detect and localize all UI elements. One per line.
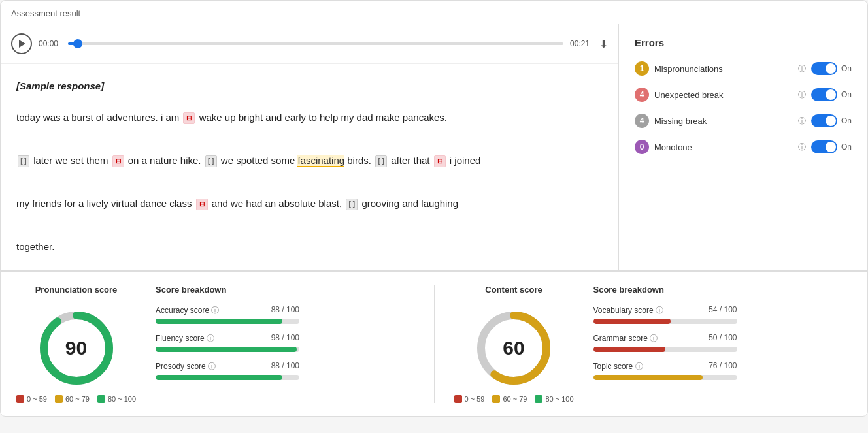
grammar-score-header: Grammar score ⓘ 50 / 100 [593, 333, 737, 344]
fluency-score-header: Fluency score ⓘ 98 / 100 [156, 333, 299, 344]
toggle-switch-missing-break[interactable] [811, 114, 837, 127]
audio-player: 00:00 00:21 ⬇ [1, 24, 618, 64]
vocabulary-score-label: Vocabulary score ⓘ [593, 305, 663, 316]
error-badge-unexpected-break: 4 [635, 88, 649, 102]
fluency-bar-fill [156, 347, 297, 352]
legend-dot-green-pron [97, 395, 105, 403]
accuracy-score-value: 88 / 100 [271, 305, 299, 316]
fluency-score-row: Fluency score ⓘ 98 / 100 [156, 333, 299, 352]
topic-score-header: Topic score ⓘ 76 / 100 [593, 361, 737, 372]
content-score-breakdown: Score breakdown Vocabulary score ⓘ 54 / … [593, 285, 737, 389]
accuracy-bar-track [156, 319, 299, 324]
text-segment-2: wake up bright and early to help my dad … [199, 112, 447, 123]
error-badge-missing-break: 4 [635, 114, 649, 128]
prosody-score-label: Prosody score ⓘ [156, 361, 216, 372]
error-row-mispronunciations: 1 Mispronunciations ⓘ On [635, 61, 852, 76]
text-segment-1: today was a burst of adventures. i am [16, 112, 182, 123]
accuracy-score-row: Accuracy score ⓘ 88 / 100 [156, 305, 299, 324]
pronunciation-donut-chart: 90 [37, 309, 116, 387]
toggle-switch-mispronunciations[interactable] [811, 62, 837, 75]
topic-score-row: Topic score ⓘ 76 / 100 [593, 361, 737, 380]
missing-break-2: [ ] [205, 155, 217, 167]
legend-item-red-pron: 0 ~ 59 [16, 395, 47, 403]
info-icon-accuracy[interactable]: ⓘ [211, 306, 219, 315]
info-icon-mispronunciations[interactable]: ⓘ [798, 63, 806, 74]
pronunciation-legend: 0 ~ 59 60 ~ 79 80 ~ 100 [16, 395, 136, 403]
info-icon-fluency[interactable]: ⓘ [207, 334, 214, 343]
text-segment-10: and we had an absolute blast, [212, 198, 344, 209]
error-label-missing-break: Missing break [654, 116, 793, 126]
content-score-title: Content score [485, 285, 542, 295]
toggle-switch-unexpected-break[interactable] [811, 88, 837, 101]
highlighted-word-fascinating: fascinating [297, 155, 344, 167]
text-segment-9: my friends for a lively virtual dance cl… [16, 198, 195, 209]
toggle-unexpected-break: On [811, 88, 852, 101]
legend-item-yellow-content: 60 ~ 79 [492, 395, 527, 403]
play-button[interactable] [11, 33, 32, 54]
download-button[interactable]: ⬇ [599, 38, 608, 50]
toggle-label-unexpected-break: On [841, 90, 852, 99]
topic-bar-track [593, 375, 737, 380]
pronunciation-score-circle-area: Pronunciation score 90 0 ~ 59 [16, 285, 136, 403]
legend-dot-green-content [535, 395, 542, 403]
audio-text-panel: 00:00 00:21 ⬇ [Sample response] today wa… [1, 24, 619, 270]
info-icon-grammar[interactable]: ⓘ [650, 334, 658, 343]
error-row-missing-break: 4 Missing break ⓘ On [635, 114, 852, 128]
legend-label-red-pron: 0 ~ 59 [27, 395, 47, 403]
missing-break-1: [ ] [18, 155, 29, 167]
info-icon-vocabulary[interactable]: ⓘ [656, 306, 663, 315]
error-badge-monotone: 0 [635, 140, 649, 154]
sample-label: [Sample response] [16, 77, 603, 96]
unexpected-break-3: ⊟ [434, 155, 446, 167]
prosody-bar-track [156, 375, 299, 380]
vocabulary-score-value: 54 / 100 [709, 305, 737, 316]
errors-title: Errors [635, 37, 852, 48]
unexpected-break-1: ⊟ [183, 112, 195, 124]
content-score-circle-area: Content score 60 0 ~ 59 [454, 285, 574, 403]
assessment-result-container: Assessment result 00:00 00:21 ⬇ [Sample … [0, 0, 868, 417]
text-segment-12: together. [16, 241, 54, 252]
info-icon-missing-break[interactable]: ⓘ [798, 116, 806, 127]
legend-item-yellow-pron: 60 ~ 79 [55, 395, 90, 403]
pronunciation-score-breakdown: Score breakdown Accuracy score ⓘ 88 / 10… [156, 285, 299, 389]
error-row-unexpected-break: 4 Unexpected break ⓘ On [635, 88, 852, 102]
info-icon-topic[interactable]: ⓘ [635, 362, 643, 371]
page-title: Assessment result [1, 1, 867, 24]
info-icon-prosody[interactable]: ⓘ [208, 362, 216, 371]
accuracy-score-header: Accuracy score ⓘ 88 / 100 [156, 305, 299, 316]
time-end: 00:21 [570, 39, 593, 48]
legend-dot-yellow-pron [55, 395, 63, 403]
content-breakdown-title: Score breakdown [593, 285, 737, 295]
legend-item-red-content: 0 ~ 59 [454, 395, 485, 403]
top-section: 00:00 00:21 ⬇ [Sample response] today wa… [1, 24, 867, 271]
info-icon-unexpected-break[interactable]: ⓘ [798, 89, 806, 101]
prosody-score-row: Prosody score ⓘ 88 / 100 [156, 361, 299, 380]
vocabulary-bar-fill [593, 319, 671, 324]
pronunciation-score-panel: Pronunciation score 90 0 ~ 59 [16, 285, 414, 403]
legend-label-red-content: 0 ~ 59 [465, 395, 485, 403]
error-label-unexpected-break: Unexpected break [654, 90, 793, 100]
info-icon-monotone[interactable]: ⓘ [798, 142, 806, 153]
fluency-score-value: 98 / 100 [271, 333, 299, 344]
fluency-bar-track [156, 347, 299, 352]
content-legend: 0 ~ 59 60 ~ 79 80 ~ 100 [454, 395, 574, 403]
legend-dot-red-pron [16, 395, 24, 403]
play-icon [19, 40, 25, 48]
content-donut-chart: 60 [475, 309, 553, 387]
audio-progress-bar[interactable] [68, 42, 563, 45]
progress-thumb [73, 39, 82, 48]
topic-bar-fill [593, 375, 703, 380]
text-segment-4: on a nature hike. [128, 155, 204, 166]
error-label-mispronunciations: Mispronunciations [654, 64, 793, 74]
accuracy-score-label: Accuracy score ⓘ [156, 305, 219, 316]
error-row-monotone: 0 Monotone ⓘ On [635, 140, 852, 154]
toggle-switch-monotone[interactable] [811, 140, 837, 153]
vocabulary-score-header: Vocabulary score ⓘ 54 / 100 [593, 305, 737, 316]
vocabulary-score-row: Vocabulary score ⓘ 54 / 100 [593, 305, 737, 324]
prosody-bar-fill [156, 375, 282, 380]
legend-item-green-content: 80 ~ 100 [535, 395, 573, 403]
legend-item-green-pron: 80 ~ 100 [97, 395, 136, 403]
errors-panel: Errors 1 Mispronunciations ⓘ On 4 Unexpe… [619, 24, 867, 270]
toggle-missing-break: On [811, 114, 852, 127]
toggle-monotone: On [811, 140, 852, 153]
